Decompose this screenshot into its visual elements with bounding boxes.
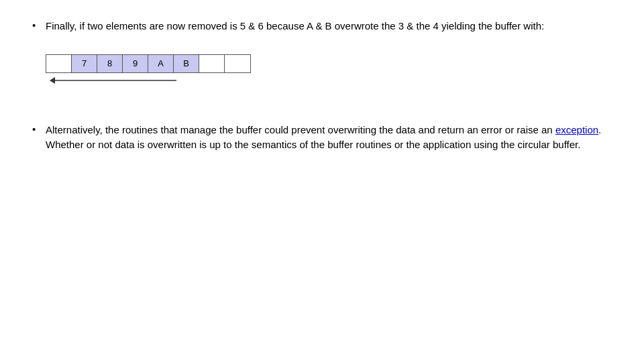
buffer-cell-6: [199, 55, 225, 72]
buffer-arrow-svg: [46, 74, 180, 86]
buffer-diagram-area: 789AB: [46, 54, 612, 86]
buffer-cell-5: B: [174, 55, 199, 72]
buffer-cell-2: 8: [97, 55, 123, 72]
bullet-text-1: Finally, if two elements are now removed…: [46, 19, 544, 34]
bullet-symbol-2: •: [32, 123, 46, 135]
buffer-cell-1: 7: [72, 55, 97, 72]
page-container: • Finally, if two elements are now remov…: [0, 0, 644, 362]
bullet-2: • Alternatively, the routines that manag…: [32, 123, 612, 153]
buffer-cell-3: 9: [123, 55, 148, 72]
spacer: [32, 99, 612, 112]
buffer-arrow-row: [46, 74, 180, 86]
buffer-cell-0: [46, 55, 72, 72]
bullet-symbol-1: •: [32, 19, 46, 31]
buffer-cell-4: A: [148, 55, 174, 72]
buffer-cells: 789AB: [46, 54, 251, 73]
buffer-cell-7: [225, 55, 250, 72]
exception-link[interactable]: exception: [555, 124, 598, 135]
bullet-text-2: Alternatively, the routines that manage …: [46, 123, 612, 153]
buffer-diagram: 789AB: [46, 54, 251, 73]
bullet2-text-before: Alternatively, the routines that manage …: [46, 124, 555, 135]
bullet-1: • Finally, if two elements are now remov…: [32, 19, 612, 34]
